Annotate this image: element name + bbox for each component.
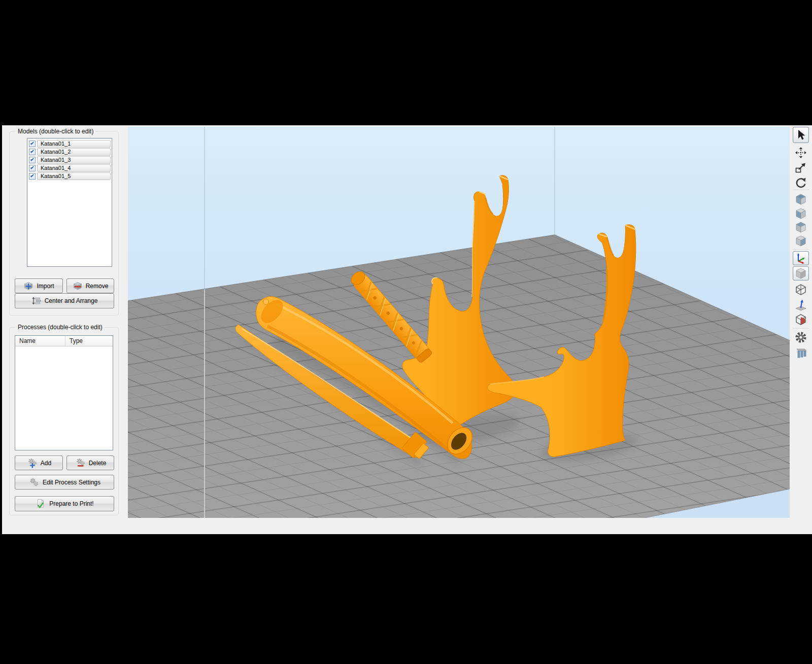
view-cube-front-icon bbox=[794, 221, 807, 234]
gear-icon bbox=[794, 331, 807, 344]
cross-section-button[interactable] bbox=[793, 312, 809, 327]
move-model-button[interactable] bbox=[793, 146, 809, 160]
machine-settings-button[interactable] bbox=[793, 330, 809, 344]
edit-process-settings-label: Edit Process Settings bbox=[43, 479, 100, 486]
cross-section-icon bbox=[794, 313, 807, 326]
rotate-icon bbox=[794, 176, 807, 189]
view-cube-top-button[interactable] bbox=[793, 206, 809, 221]
viewport-3d-canvas[interactable] bbox=[128, 127, 790, 518]
view-cube-side-icon bbox=[794, 234, 807, 248]
checkbox-checked[interactable]: ✔ bbox=[29, 149, 36, 155]
edit-process-settings-button[interactable]: Edit Process Settings bbox=[15, 475, 114, 490]
prepare-to-print-label: Prepare to Print! bbox=[49, 500, 93, 507]
view-cube-front-button[interactable] bbox=[793, 220, 809, 234]
supports-icon bbox=[794, 346, 807, 360]
list-item[interactable]: ✔ Katana01_3 bbox=[29, 156, 111, 164]
column-header-type: Type bbox=[65, 336, 113, 346]
checkbox-checked[interactable]: ✔ bbox=[29, 173, 36, 180]
checkbox-checked[interactable]: ✔ bbox=[29, 157, 36, 163]
app-window: Models (double-click to edit) ✔ Katana01… bbox=[2, 125, 812, 534]
add-gear-icon bbox=[26, 458, 38, 468]
delete-gear-icon bbox=[75, 458, 86, 468]
add-button-label: Add bbox=[41, 460, 51, 467]
show-supports-button[interactable] bbox=[793, 346, 809, 360]
select-cursor-button[interactable] bbox=[793, 127, 809, 143]
model-item-label[interactable]: Katana01_1 bbox=[37, 140, 111, 148]
model-item-label[interactable]: Katana01_3 bbox=[37, 156, 111, 164]
add-process-button[interactable]: Add bbox=[15, 456, 63, 470]
show-axes-button[interactable] bbox=[793, 251, 809, 265]
render-solid-button[interactable] bbox=[793, 266, 809, 281]
scale-icon bbox=[794, 161, 807, 174]
model-item-label[interactable]: Katana01_2 bbox=[37, 148, 111, 156]
list-item[interactable]: ✔ Katana01_2 bbox=[29, 148, 111, 156]
view-cube-top-icon bbox=[794, 207, 807, 220]
view-cube-iso-icon bbox=[794, 193, 807, 206]
scale-model-button[interactable] bbox=[793, 161, 809, 175]
toolbar-divider bbox=[792, 249, 809, 250]
delete-process-button[interactable]: Delete bbox=[66, 456, 114, 470]
list-item[interactable]: ✔ Katana01_1 bbox=[29, 140, 111, 148]
center-arrange-button[interactable]: Center and Arrange bbox=[15, 293, 114, 308]
processes-table-header: Name Type bbox=[15, 336, 113, 346]
show-normals-button[interactable] bbox=[793, 298, 809, 312]
axes-icon bbox=[794, 252, 807, 265]
list-item[interactable]: ✔ Katana01_4 bbox=[29, 164, 111, 172]
processes-table[interactable]: Name Type bbox=[15, 335, 113, 450]
view-toolbar bbox=[790, 125, 812, 524]
solid-cube-icon bbox=[794, 267, 807, 280]
remove-button-label: Remove bbox=[86, 283, 109, 290]
import-button-label: Import bbox=[37, 283, 54, 290]
column-header-name: Name bbox=[15, 336, 65, 346]
toolbar-divider bbox=[792, 328, 809, 329]
model-item-label[interactable]: Katana01_4 bbox=[37, 164, 111, 172]
center-arrange-label: Center and Arrange bbox=[45, 297, 98, 304]
import-button[interactable]: Import bbox=[15, 278, 63, 293]
gears-icon bbox=[28, 477, 40, 487]
checkbox-checked[interactable]: ✔ bbox=[29, 141, 36, 147]
delete-button-label: Delete bbox=[89, 460, 107, 467]
view-cube-side-button[interactable] bbox=[793, 234, 809, 248]
prepare-print-icon bbox=[35, 499, 46, 509]
cursor-icon bbox=[795, 129, 806, 141]
wireframe-cube-icon bbox=[794, 283, 807, 296]
remove-cube-icon bbox=[73, 282, 83, 291]
processes-group-title: Processes (double-click to edit) bbox=[16, 324, 105, 331]
models-group-title: Models (double-click to edit) bbox=[16, 128, 95, 135]
prepare-to-print-button[interactable]: Prepare to Print! bbox=[15, 496, 114, 511]
center-arrange-icon bbox=[31, 296, 42, 305]
model-item-label[interactable]: Katana01_5 bbox=[37, 172, 111, 180]
checkbox-checked[interactable]: ✔ bbox=[29, 165, 36, 171]
list-item[interactable]: ✔ Katana01_5 bbox=[29, 172, 111, 180]
render-wireframe-button[interactable] bbox=[793, 283, 809, 297]
surface-normal-icon bbox=[794, 298, 807, 311]
toolbar-divider bbox=[792, 190, 809, 190]
rotate-model-button[interactable] bbox=[793, 176, 809, 190]
remove-button[interactable]: Remove bbox=[66, 278, 114, 293]
view-cube-iso-button[interactable] bbox=[793, 192, 809, 206]
move-arrows-icon bbox=[794, 146, 807, 159]
models-list[interactable]: ✔ Katana01_1 ✔ Katana01_2 ✔ Katana01_3 ✔… bbox=[27, 138, 112, 267]
import-cube-icon bbox=[23, 282, 33, 291]
